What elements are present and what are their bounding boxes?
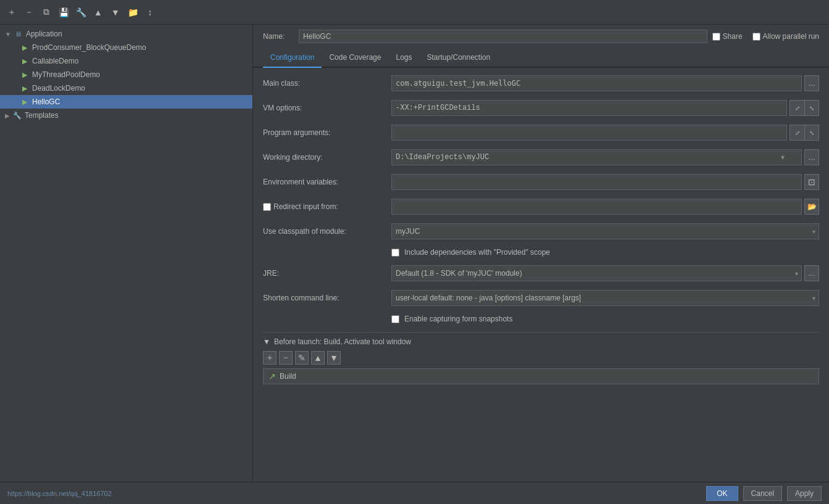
copy-icon[interactable]: ⧉: [40, 6, 53, 19]
ok-button[interactable]: OK: [706, 486, 738, 501]
capture-snapshots-label[interactable]: Enable capturing form snapshots: [404, 315, 512, 323]
tree-item-prod[interactable]: ▶ ProdConsumer_BlockQueueDemo: [0, 41, 252, 54]
tree-item-callable[interactable]: ▶ CallableDemo: [0, 54, 252, 68]
build-item[interactable]: ↗ Build: [263, 368, 819, 384]
classpath-label: Use classpath of module:: [263, 227, 386, 236]
jre-label: JRE:: [263, 269, 386, 278]
env-vars-clear-button[interactable]: ⊡: [804, 174, 819, 190]
vm-options-input[interactable]: [391, 100, 787, 116]
tabs: Configuration Code Coverage Logs Startup…: [253, 48, 829, 68]
build-arrow-icon: ↗: [269, 371, 276, 381]
main-class-input[interactable]: [391, 75, 802, 91]
program-args-input[interactable]: [391, 125, 787, 141]
env-vars-input[interactable]: [391, 174, 802, 190]
application-icon: 🖥: [14, 29, 23, 39]
capture-snapshots-row: Enable capturing form snapshots: [263, 315, 819, 323]
add-icon[interactable]: ＋: [5, 6, 19, 19]
redirect-checkbox[interactable]: [263, 203, 271, 211]
tree-item-deadlock[interactable]: ▶ DeadLockDemo: [0, 81, 252, 95]
shorten-cmd-select[interactable]: user-local default: none - java [options…: [391, 290, 819, 306]
template-icon: 🔧: [12, 110, 22, 120]
tree-item-templates[interactable]: ▶ 🔧 Templates: [0, 109, 252, 122]
env-vars-label: Environment variables:: [263, 178, 386, 186]
share-label: Share: [723, 32, 743, 41]
before-launch-up-button[interactable]: ▲: [311, 351, 325, 365]
redirect-field: 📂: [391, 199, 819, 215]
tab-code-coverage[interactable]: Code Coverage: [322, 48, 388, 68]
tree-item-mythreadpool[interactable]: ▶ MyThreadPoolDemo: [0, 68, 252, 81]
tab-configuration[interactable]: Configuration: [263, 48, 322, 68]
working-dir-field: ▾ …: [391, 149, 819, 165]
classpath-row: Use classpath of module: myJUC ▾: [263, 223, 819, 239]
vm-options-fullscreen-button[interactable]: ⤡: [804, 100, 819, 116]
classpath-select[interactable]: myJUC: [391, 223, 819, 239]
before-launch-down-button[interactable]: ▼: [327, 351, 341, 365]
before-launch-edit-button[interactable]: ✎: [295, 351, 309, 365]
include-deps-checkbox[interactable]: [391, 249, 399, 257]
before-launch-toolbar: ＋ － ✎ ▲ ▼: [263, 351, 819, 365]
tree-item-application[interactable]: ▼ 🖥 Application: [0, 27, 252, 41]
shorten-cmd-row: Shorten command line: user-local default…: [263, 290, 819, 306]
run-icon-hellogc: ▶: [20, 97, 30, 107]
vm-options-label: VM options:: [263, 104, 386, 112]
env-vars-field: ⊡: [391, 174, 819, 190]
jre-field: Default (1.8 - SDK of 'myJUC' module) ▾ …: [391, 265, 819, 281]
cancel-button[interactable]: Cancel: [743, 486, 782, 501]
share-checkbox[interactable]: [712, 33, 720, 41]
apply-button[interactable]: Apply: [787, 486, 822, 501]
share-checkbox-label[interactable]: Share: [712, 32, 743, 41]
minus-icon[interactable]: －: [22, 6, 36, 19]
mythreadpool-label: MyThreadPoolDemo: [32, 70, 100, 79]
program-args-fullscreen-button[interactable]: ⤡: [804, 125, 819, 141]
allow-parallel-checkbox[interactable]: [752, 33, 760, 41]
expand-arrow-templates: ▶: [5, 112, 10, 119]
capture-snapshots-checkbox[interactable]: [391, 315, 399, 323]
settings-icon[interactable]: 🔧: [74, 6, 88, 19]
folder-icon[interactable]: 📁: [126, 6, 140, 19]
program-args-expand-button[interactable]: ⤢: [789, 125, 804, 141]
up-icon[interactable]: ▲: [91, 6, 105, 19]
classpath-dropdown[interactable]: myJUC ▾: [391, 223, 819, 239]
bottom-bar: https://blog.csdn.net/qq_41816702 OK Can…: [0, 482, 829, 504]
vm-options-expand-button[interactable]: ⤢: [789, 100, 804, 116]
jre-select[interactable]: Default (1.8 - SDK of 'myJUC' module): [391, 265, 802, 281]
working-dir-input[interactable]: [391, 149, 802, 165]
before-launch-section: ▼ Before launch: Build, Activate tool wi…: [263, 332, 819, 384]
main-class-browse-button[interactable]: …: [804, 75, 819, 91]
sort-icon[interactable]: ↕: [143, 6, 157, 19]
program-args-expand-group: ⤢ ⤡: [789, 125, 819, 141]
shorten-cmd-dropdown: user-local default: none - java [options…: [391, 290, 819, 306]
save-icon[interactable]: 💾: [57, 6, 70, 19]
program-args-field: ⤢ ⤡: [391, 125, 819, 141]
working-dir-browse-button[interactable]: …: [804, 149, 819, 165]
allow-parallel-label[interactable]: Allow parallel run: [752, 32, 819, 41]
prod-label: ProdConsumer_BlockQueueDemo: [32, 43, 146, 52]
run-icon-callable: ▶: [20, 56, 30, 66]
redirect-label: Redirect input from:: [263, 202, 386, 211]
application-label: Application: [26, 30, 62, 38]
deadlock-label: DeadLockDemo: [32, 84, 85, 93]
right-panel: Name: Share Allow parallel run Configura…: [253, 25, 829, 482]
tab-startup-connection[interactable]: Startup/Connection: [419, 48, 498, 68]
before-launch-remove-button[interactable]: －: [279, 351, 293, 365]
jre-row: JRE: Default (1.8 - SDK of 'myJUC' modul…: [263, 265, 819, 281]
include-deps-label[interactable]: Include dependencies with "Provided" sco…: [404, 248, 550, 257]
before-launch-add-button[interactable]: ＋: [263, 351, 277, 365]
before-launch-header: ▼ Before launch: Build, Activate tool wi…: [263, 337, 819, 346]
jre-browse-button[interactable]: …: [804, 265, 819, 281]
vm-options-expand-group: ⤢ ⤡: [789, 100, 819, 116]
callable-label: CallableDemo: [32, 57, 78, 65]
tab-logs[interactable]: Logs: [388, 48, 419, 68]
before-launch-label: Before launch: Build, Activate tool wind…: [274, 337, 411, 346]
run-icon-mythreadpool: ▶: [20, 70, 30, 80]
tree-item-hellogc[interactable]: ▶ HelloGC: [0, 95, 252, 109]
main-class-field: …: [391, 75, 819, 91]
left-panel: ▼ 🖥 Application ▶ ProdConsumer_BlockQueu…: [0, 25, 253, 482]
name-input[interactable]: [299, 30, 707, 43]
redirect-row: Redirect input from: 📂: [263, 199, 819, 215]
share-controls: Share Allow parallel run: [712, 32, 819, 41]
main-class-label: Main class:: [263, 79, 386, 88]
redirect-input[interactable]: [391, 199, 802, 215]
redirect-folder-button[interactable]: 📂: [804, 199, 819, 215]
down-icon[interactable]: ▼: [109, 6, 122, 19]
